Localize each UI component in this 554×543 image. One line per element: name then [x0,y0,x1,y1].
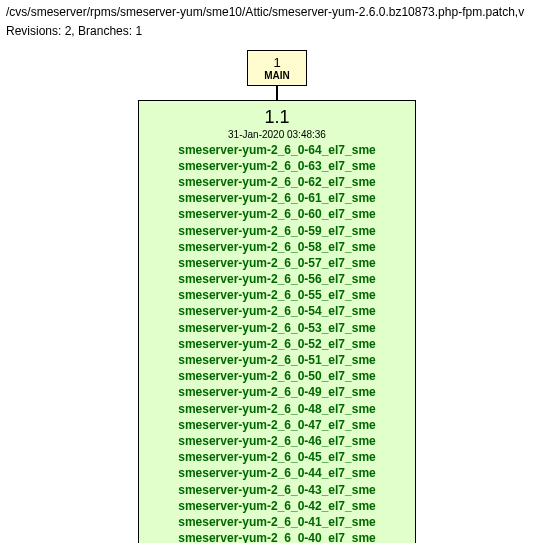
revision-tags: smeserver-yum-2_6_0-64_el7_smesmeserver-… [147,142,407,543]
file-path: /cvs/smeserver/rpms/smeserver-yum/sme10/… [6,4,548,21]
revision-tag: smeserver-yum-2_6_0-44_el7_sme [147,465,407,481]
revision-tag: smeserver-yum-2_6_0-55_el7_sme [147,287,407,303]
revision-tag: smeserver-yum-2_6_0-52_el7_sme [147,336,407,352]
revision-tag: smeserver-yum-2_6_0-53_el7_sme [147,320,407,336]
revision-tag: smeserver-yum-2_6_0-61_el7_sme [147,190,407,206]
revision-tag: smeserver-yum-2_6_0-41_el7_sme [147,514,407,530]
revision-tag: smeserver-yum-2_6_0-47_el7_sme [147,417,407,433]
connector-line [276,86,278,100]
revision-tag: smeserver-yum-2_6_0-59_el7_sme [147,223,407,239]
branch-label: MAIN [258,70,296,81]
revision-tag: smeserver-yum-2_6_0-62_el7_sme [147,174,407,190]
revision-tag: smeserver-yum-2_6_0-64_el7_sme [147,142,407,158]
branch-node-main[interactable]: 1 MAIN [247,50,307,86]
revision-tag: smeserver-yum-2_6_0-40_el7_sme [147,530,407,543]
revision-tag: smeserver-yum-2_6_0-42_el7_sme [147,498,407,514]
revision-graph: 1 MAIN 1.1 31-Jan-2020 03:48:36 smeserve… [0,44,554,543]
revision-tag: smeserver-yum-2_6_0-58_el7_sme [147,239,407,255]
revision-tag: smeserver-yum-2_6_0-46_el7_sme [147,433,407,449]
revision-tag: smeserver-yum-2_6_0-54_el7_sme [147,303,407,319]
revision-date: 31-Jan-2020 03:48:36 [147,129,407,140]
revision-version: 1.1 [147,107,407,128]
revision-tag: smeserver-yum-2_6_0-60_el7_sme [147,206,407,222]
page-header: /cvs/smeserver/rpms/smeserver-yum/sme10/… [0,0,554,44]
branch-number: 1 [258,55,296,70]
revisions-meta: Revisions: 2, Branches: 1 [6,23,548,40]
revision-tag: smeserver-yum-2_6_0-57_el7_sme [147,255,407,271]
revision-tag: smeserver-yum-2_6_0-43_el7_sme [147,482,407,498]
revision-tag: smeserver-yum-2_6_0-45_el7_sme [147,449,407,465]
revision-node-1-1[interactable]: 1.1 31-Jan-2020 03:48:36 smeserver-yum-2… [138,100,416,543]
revision-tag: smeserver-yum-2_6_0-51_el7_sme [147,352,407,368]
revision-tag: smeserver-yum-2_6_0-63_el7_sme [147,158,407,174]
revision-tag: smeserver-yum-2_6_0-50_el7_sme [147,368,407,384]
revision-tag: smeserver-yum-2_6_0-56_el7_sme [147,271,407,287]
revision-tag: smeserver-yum-2_6_0-48_el7_sme [147,401,407,417]
revision-tag: smeserver-yum-2_6_0-49_el7_sme [147,384,407,400]
